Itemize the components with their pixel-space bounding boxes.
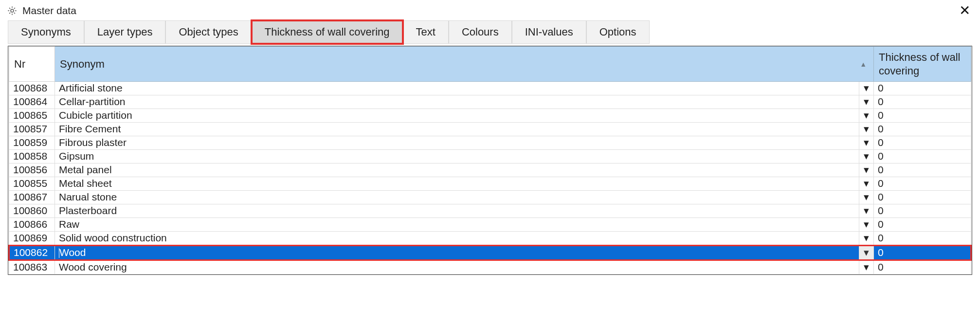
cell-thickness[interactable]: 0 (874, 218, 971, 232)
cell-thickness[interactable]: 0 (874, 177, 971, 191)
table-row[interactable]: 100863Wood covering▾0 (9, 260, 971, 274)
cell-synonym[interactable]: Fibre Cement (55, 123, 859, 136)
dropdown-icon[interactable]: ▾ (859, 123, 874, 136)
svg-point-0 (11, 9, 14, 12)
table-row[interactable]: 100860Plasterboard▾0 (9, 204, 971, 218)
cell-nr[interactable]: 100866 (9, 218, 55, 232)
cell-synonym[interactable]: Solid wood construction (55, 232, 859, 246)
cell-thickness[interactable]: 0 (874, 191, 971, 204)
table-row[interactable]: 100856Metal panel▾0 (9, 164, 971, 177)
dropdown-icon[interactable]: ▾ (859, 204, 874, 218)
cell-nr[interactable]: 100868 (9, 82, 55, 95)
cell-nr[interactable]: 100867 (9, 191, 55, 204)
dropdown-icon[interactable]: ▾ (859, 218, 874, 232)
cell-synonym[interactable]: Plasterboard (55, 204, 859, 218)
cell-synonym[interactable]: Metal panel (55, 164, 859, 177)
cell-thickness[interactable]: 0 (874, 95, 971, 109)
column-header-synonym-label: Synonym (60, 58, 105, 70)
dropdown-icon[interactable]: ▾ (859, 246, 874, 260)
cell-synonym[interactable]: Gipsum (55, 150, 859, 164)
dropdown-icon[interactable]: ▾ (859, 232, 874, 246)
tab-options[interactable]: Options (586, 20, 650, 44)
tab-synonyms[interactable]: Synonyms (8, 20, 84, 44)
table-row[interactable]: 100862Wood▾0 (9, 246, 971, 260)
dropdown-icon[interactable]: ▾ (859, 177, 874, 191)
cell-nr[interactable]: 100869 (9, 232, 55, 246)
dropdown-icon[interactable]: ▾ (859, 191, 874, 204)
cell-nr[interactable]: 100856 (9, 164, 55, 177)
cell-synonym[interactable]: Narual stone (55, 191, 859, 204)
dropdown-icon[interactable]: ▾ (859, 164, 874, 177)
cell-synonym[interactable]: Raw (55, 218, 859, 232)
sort-ascending-icon: ▲ (860, 60, 867, 68)
tab-thickness-of-wall-covering[interactable]: Thickness of wall covering (252, 20, 403, 44)
tab-text[interactable]: Text (403, 20, 449, 44)
cell-nr[interactable]: 100859 (9, 136, 55, 150)
cell-thickness[interactable]: 0 (874, 136, 971, 150)
data-grid: Nr Synonym ▲ Thickness of wall covering … (8, 46, 972, 275)
table-row[interactable]: 100857Fibre Cement▾0 (9, 123, 971, 136)
dropdown-icon[interactable]: ▾ (859, 260, 874, 274)
cell-thickness[interactable]: 0 (874, 164, 971, 177)
cell-thickness[interactable]: 0 (874, 246, 971, 260)
cell-synonym[interactable]: Artificial stone (55, 82, 859, 95)
cell-thickness[interactable]: 0 (874, 204, 971, 218)
table-row[interactable]: 100859Fibrous plaster▾0 (9, 136, 971, 150)
table-row[interactable]: 100864Cellar-partition▾0 (9, 95, 971, 109)
cell-nr[interactable]: 100865 (9, 109, 55, 123)
table-row[interactable]: 100866Raw▾0 (9, 218, 971, 232)
table-row[interactable]: 100855Metal sheet▾0 (9, 177, 971, 191)
cell-nr[interactable]: 100858 (9, 150, 55, 164)
cell-thickness[interactable]: 0 (874, 123, 971, 136)
table-row[interactable]: 100865Cubicle partition▾0 (9, 109, 971, 123)
cell-nr[interactable]: 100864 (9, 95, 55, 109)
cell-thickness[interactable]: 0 (874, 260, 971, 274)
gear-icon (7, 5, 18, 16)
table-row[interactable]: 100868Artificial stone▾0 (9, 82, 971, 95)
cell-synonym[interactable]: Wood (55, 246, 859, 260)
cell-nr[interactable]: 100860 (9, 204, 55, 218)
dropdown-icon[interactable]: ▾ (859, 136, 874, 150)
cell-nr[interactable]: 100862 (9, 246, 55, 260)
tab-ini-values[interactable]: INI-values (512, 20, 586, 44)
dropdown-icon[interactable]: ▾ (859, 95, 874, 109)
window-title: Master data (22, 5, 76, 17)
cell-synonym[interactable]: Cellar-partition (55, 95, 859, 109)
tab-bar: SynonymsLayer typesObject typesThickness… (0, 20, 980, 44)
tab-colours[interactable]: Colours (449, 20, 512, 44)
cell-thickness[interactable]: 0 (874, 82, 971, 95)
column-header-nr[interactable]: Nr (9, 47, 55, 82)
cell-thickness[interactable]: 0 (874, 109, 971, 123)
cell-synonym[interactable]: Fibrous plaster (55, 136, 859, 150)
cell-synonym[interactable]: Metal sheet (55, 177, 859, 191)
dropdown-icon[interactable]: ▾ (859, 109, 874, 123)
close-icon[interactable]: ✕ (956, 4, 973, 18)
window-titlebar: Master data ✕ (0, 0, 980, 20)
table-row[interactable]: 100858Gipsum▾0 (9, 150, 971, 164)
tab-object-types[interactable]: Object types (165, 20, 251, 44)
cell-nr[interactable]: 100857 (9, 123, 55, 136)
cell-thickness[interactable]: 0 (874, 232, 971, 246)
cell-nr[interactable]: 100855 (9, 177, 55, 191)
cell-synonym[interactable]: Cubicle partition (55, 109, 859, 123)
table-row[interactable]: 100867Narual stone▾0 (9, 191, 971, 204)
dropdown-icon[interactable]: ▾ (859, 150, 874, 164)
cell-nr[interactable]: 100863 (9, 260, 55, 274)
tab-layer-types[interactable]: Layer types (84, 20, 166, 44)
cell-synonym[interactable]: Wood covering (55, 260, 859, 274)
column-header-thickness[interactable]: Thickness of wall covering (874, 47, 971, 82)
cell-thickness[interactable]: 0 (874, 150, 971, 164)
table-row[interactable]: 100869Solid wood construction▾0 (9, 232, 971, 246)
dropdown-icon[interactable]: ▾ (859, 82, 874, 95)
column-header-synonym[interactable]: Synonym ▲ (55, 47, 874, 82)
